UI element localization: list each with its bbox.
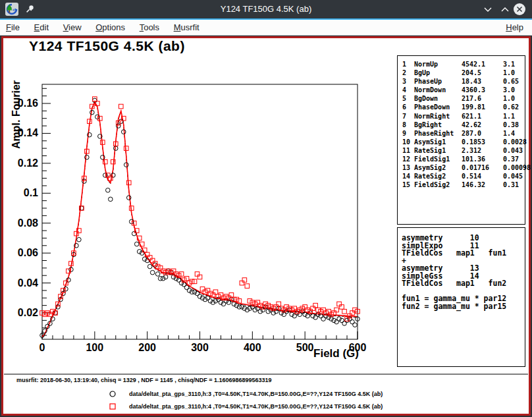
menu-item-options[interactable]: Options — [90, 20, 131, 36]
param-row-RateSig2: 14RateSig20.5140.045 — [398, 173, 525, 181]
theory-text: asymmetry 10 simplExpo 11 TFieldCos map1… — [398, 228, 525, 310]
menu-item-help[interactable]: Help — [500, 20, 529, 32]
y-tick-label: 0.1 — [12, 187, 38, 199]
param-row-NormUp: 1NormUp4542.13.1 — [398, 61, 525, 69]
window-title: Y124 TF150G 4.5K (ab) — [0, 0, 532, 18]
param-row-NormRight: 7NormRight621.11.1 — [398, 113, 525, 121]
x-tick-label: 600 — [341, 342, 374, 354]
x-tick-label: 300 — [184, 342, 217, 354]
param-row-BgDown: 5BgDown217.61.0 — [398, 95, 525, 103]
y-tick-label: 0.14 — [12, 127, 38, 139]
param-row-PhaseRight: 9PhaseRight287.01.4 — [398, 130, 525, 138]
minimize-button[interactable] — [481, 2, 495, 16]
plot-title: Y124 TF150G 4.5K (ab) — [29, 38, 185, 54]
close-button[interactable] — [512, 2, 527, 16]
y-tick-label: 0.12 — [12, 157, 38, 169]
menu-item-musrfit[interactable]: Musrfit — [168, 20, 205, 36]
param-row-AsymSig1: 10AsymSig10.18530.0028 — [398, 138, 525, 147]
legend-square-icon — [109, 403, 117, 410]
menu-item-tools[interactable]: Tools — [134, 20, 165, 36]
maximize-button[interactable] — [498, 2, 512, 16]
y-tick-label: 0.02 — [12, 307, 38, 319]
param-row-PhaseDown: 6PhaseDown199.810.62 — [398, 103, 525, 112]
menu-item-file[interactable]: File — [0, 20, 26, 36]
param-row-FieldSig1: 12FieldSig1101.360.37 — [398, 155, 525, 164]
y-tick-label: 0.06 — [12, 247, 38, 259]
window-titlebar[interactable]: ++ Y124 TF150G 4.5K (ab) — [0, 0, 532, 18]
x-tick-label: 0 — [26, 342, 59, 354]
menubar: File Edit View Options Tools Musrfit Hel… — [0, 18, 532, 36]
param-row-NormDown: 4NormDown4360.33.0 — [398, 86, 525, 95]
param-row-PhaseUp: 3PhaseUp18.430.65 — [398, 78, 525, 86]
x-tick-label: 500 — [288, 342, 321, 354]
fit-parameters-pane: 1NormUp4542.13.12BgUp204.51.03PhaseUp18.… — [397, 55, 525, 225]
y-tick-label: 0.16 — [12, 97, 38, 109]
legend-circle-icon — [109, 390, 117, 398]
param-row-BgUp: 2BgUp204.51.0 — [398, 69, 525, 78]
param-row-BgRight: 8BgRight42.620.38 — [398, 121, 525, 130]
legend-label: data/deltat_pta_gps_3110,h:3 ,T0=4.50K,T… — [129, 391, 383, 397]
menu-item-edit[interactable]: Edit — [28, 20, 55, 36]
legend-label: data/deltat_pta_gps_3110,h:4 ,T0=4.50K,T… — [129, 403, 383, 410]
x-tick-label: 200 — [131, 342, 164, 354]
menu-item-view[interactable]: View — [57, 20, 88, 36]
param-row-FieldSig2: 15FieldSig2146.320.31 — [398, 181, 525, 190]
x-tick-label: 100 — [78, 342, 111, 354]
musrfit-window: ++ Y124 TF150G 4.5K (ab) File Edit View … — [0, 0, 532, 417]
y-tick-label: 0.08 — [12, 217, 38, 229]
theory-pane: asymmetry 10 simplExpo 11 TFieldCos map1… — [397, 227, 525, 367]
x-tick-label: 400 — [236, 342, 269, 354]
y-tick-label: 0.04 — [12, 277, 38, 289]
param-row-AsymSig2: 13AsymSig20.017160.00098 — [398, 164, 525, 173]
param-row-RateSig1: 11RateSig12.3120.043 — [398, 147, 525, 155]
fit-status-line: musrfit: 2018-06-30, 13:19:40, chisq = 1… — [16, 377, 271, 383]
